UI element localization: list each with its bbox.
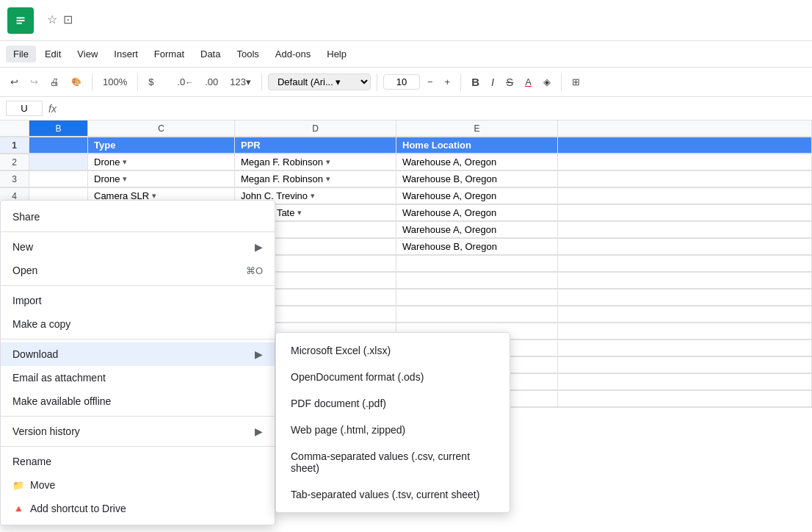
file-menu-move[interactable]: 📁 Move [1, 473, 275, 497]
cell-1-b[interactable] [29, 137, 88, 154]
col-header-d[interactable]: D [235, 121, 396, 137]
file-menu: Share New ▶ Open ⌘O Import Make a copy D… [0, 200, 275, 525]
font-size-up[interactable]: + [441, 73, 455, 90]
menu-addons[interactable]: Add-ons [268, 46, 318, 62]
cell-11-rest [558, 306, 812, 323]
menu-edit[interactable]: Edit [37, 46, 68, 62]
file-menu-divider-2 [1, 285, 275, 286]
star-icon[interactable]: ☆ [47, 12, 57, 26]
cell-5-e[interactable]: Warehouse A, Oregon [396, 205, 558, 221]
font-size-input[interactable] [383, 74, 420, 90]
bold-button[interactable]: B [467, 73, 484, 91]
col-header-rest [558, 121, 812, 137]
cell-9-e[interactable] [396, 273, 558, 289]
download-tsv[interactable]: Tab-separated values (.tsv, current shee… [276, 481, 510, 508]
cell-6-e[interactable]: Warehouse A, Oregon [396, 222, 558, 238]
italic-button[interactable]: I [487, 73, 499, 91]
col-header-b[interactable]: B [29, 121, 88, 137]
currency-button[interactable]: $ [144, 73, 158, 90]
separator-5 [460, 73, 461, 91]
font-selector[interactable]: Default (Ari... ▾ [268, 73, 371, 90]
print-button[interactable]: 🖨 [46, 73, 64, 90]
menu-insert[interactable]: Insert [106, 46, 145, 62]
file-menu-import[interactable]: Import [1, 289, 275, 312]
file-menu-share[interactable]: Share [1, 205, 275, 229]
file-menu-make-copy[interactable]: Make a copy [1, 312, 275, 336]
download-xlsx[interactable]: Microsoft Excel (.xlsx) [276, 337, 510, 364]
col-header-e[interactable]: E [396, 121, 558, 137]
sheet-container: B C D E 1 Type PPR Home Location 2 Drone… [0, 121, 812, 532]
cell-8-e[interactable] [396, 256, 558, 272]
cell-6-rest [558, 222, 812, 238]
file-menu-new[interactable]: New ▶ [1, 235, 275, 259]
file-menu-email-attachment[interactable]: Email as attachment [1, 366, 275, 389]
decimal-decrease-button[interactable]: .0← [173, 73, 197, 90]
separator-3 [261, 73, 262, 91]
download-html[interactable]: Web page (.html, zipped) [276, 417, 510, 443]
file-menu-open[interactable]: Open ⌘O [1, 259, 275, 282]
strikethrough-button[interactable]: S [501, 73, 518, 91]
cell-1-e[interactable]: Home Location [396, 137, 558, 154]
file-menu-divider-1 [1, 231, 275, 232]
cell-1-c[interactable]: Type [88, 137, 235, 154]
font-size-down[interactable]: − [423, 73, 438, 90]
drive-icon: 🔺 [12, 503, 24, 514]
cell-2-d[interactable]: Megan F. Robinson ▾ [235, 154, 396, 170]
svg-rect-2 [17, 20, 25, 21]
download-ods[interactable]: OpenDocument format (.ods) [276, 364, 510, 390]
menu-view[interactable]: View [70, 46, 105, 62]
file-menu-version-history[interactable]: Version history ▶ [1, 420, 275, 443]
borders-button[interactable]: ⊞ [568, 73, 584, 90]
toolbar: ↩ ↪ 🖨 🎨 100% $ .0← .00 123▾ Default (Ari… [0, 68, 812, 97]
doc-title-area: ☆ ⊡ [41, 12, 73, 28]
menu-help[interactable]: Help [319, 46, 354, 62]
menu-data[interactable]: Data [193, 46, 228, 62]
cell-3-e[interactable]: Warehouse B, Oregon [396, 171, 558, 187]
file-menu-divider-5 [1, 446, 275, 447]
menu-format[interactable]: Format [147, 46, 192, 62]
file-menu-add-shortcut[interactable]: 🔺 Add shortcut to Drive [1, 497, 275, 520]
fill-color-button[interactable]: ◈ [539, 73, 555, 90]
app-icon [7, 7, 34, 34]
redo-button[interactable]: ↪ [26, 73, 43, 90]
cell-16-rest [558, 391, 812, 407]
cell-3-c[interactable]: Drone ▾ [88, 171, 235, 187]
cell-11-e[interactable] [396, 306, 558, 323]
file-menu-download[interactable]: Download ▶ [1, 342, 275, 366]
cell-15-rest [558, 374, 812, 390]
cell-10-e[interactable] [396, 290, 558, 306]
col-header-c[interactable]: C [88, 121, 235, 137]
fx-icon: fx [48, 103, 57, 115]
undo-button[interactable]: ↩ [6, 73, 23, 90]
cell-reference-input[interactable] [6, 101, 43, 116]
cell-2-e[interactable]: Warehouse A, Oregon [396, 154, 558, 170]
decimal-increase-button[interactable]: .00 [200, 73, 222, 90]
file-menu-rename[interactable]: Rename [1, 450, 275, 473]
zoom-button[interactable]: 100% [98, 73, 131, 90]
download-pdf[interactable]: PDF document (.pdf) [276, 390, 510, 417]
cell-5-rest [558, 205, 812, 221]
cell-12-rest [558, 323, 812, 339]
text-color-button[interactable]: A [521, 73, 536, 90]
separator-4 [377, 73, 377, 91]
file-menu-make-offline[interactable]: Make available offline [1, 389, 275, 413]
cell-3-d[interactable]: Megan F. Robinson ▾ [235, 171, 396, 187]
cell-4-e[interactable]: Warehouse A, Oregon [396, 188, 558, 204]
cell-10-rest [558, 290, 812, 306]
cell-3-b[interactable] [29, 171, 88, 187]
file-menu-divider-3 [1, 339, 275, 339]
row-num-2: 2 [0, 154, 29, 170]
folder-icon[interactable]: ⊡ [63, 12, 73, 26]
percent-button[interactable] [161, 79, 170, 85]
cell-8-rest [558, 256, 812, 272]
paint-format-button[interactable]: 🎨 [67, 74, 86, 90]
cell-1-d[interactable]: PPR [235, 137, 396, 154]
format-number-button[interactable]: 123▾ [225, 73, 255, 90]
menu-tools[interactable]: Tools [229, 46, 266, 62]
cell-2-c[interactable]: Drone ▾ [88, 154, 235, 170]
cell-2-b[interactable] [29, 154, 88, 170]
cell-7-rest [558, 239, 812, 255]
cell-7-e[interactable]: Warehouse B, Oregon [396, 239, 558, 255]
download-csv[interactable]: Comma-separated values (.csv, current sh… [276, 443, 510, 481]
menu-file[interactable]: File [6, 46, 36, 62]
